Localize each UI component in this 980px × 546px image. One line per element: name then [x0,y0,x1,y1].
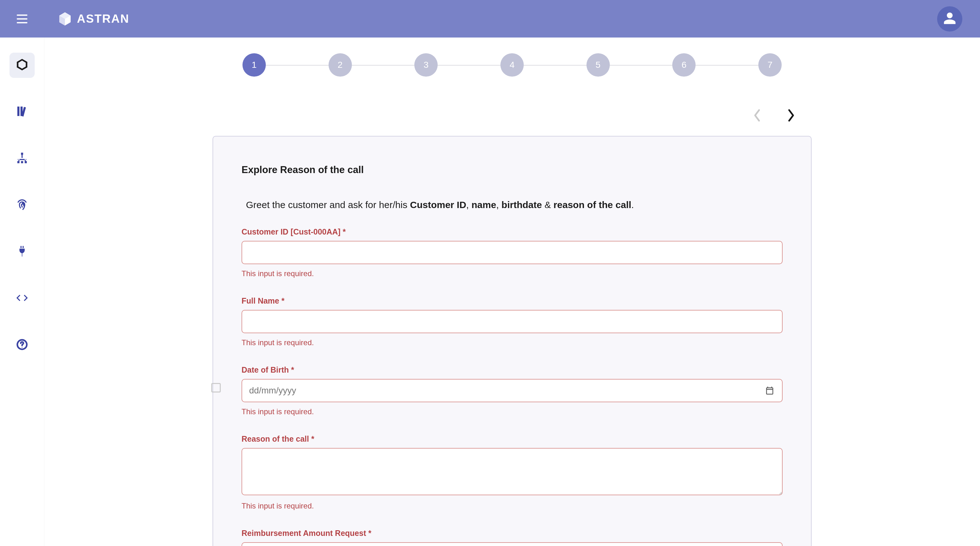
field-marker-icon [211,383,221,392]
org-chart-icon [16,152,29,165]
step-3[interactable]: 3 [414,53,438,76]
customer-id-label: Customer ID [Cust-000AA] * [242,227,783,236]
sidebar-item-hub[interactable] [10,52,35,78]
brand-name: ASTRAN [77,12,129,25]
hamburger-icon [17,14,27,23]
customer-id-input[interactable] [242,241,783,264]
app-header: ASTRAN [0,0,980,38]
header-left: ASTRAN [0,0,129,38]
instruction-prefix: Greet the customer and ask for her/his [246,200,410,210]
reason-error: This input is required. [242,502,783,510]
form-stepper: 1 2 3 4 5 6 7 [242,53,782,76]
field-reason: Reason of the call * This input is requi… [242,434,783,510]
field-dob: Date of Birth * This input is required. [242,365,783,416]
instruction-b4: reason of the call [554,200,631,210]
field-reimbursement: Reimbursement Amount Request * This inpu… [242,529,783,546]
full-name-label: Full Name * [242,296,783,305]
chevron-right-icon [787,109,795,123]
svg-point-1 [22,347,23,348]
next-page-button[interactable] [786,108,796,124]
form-panel: Explore Reason of the call Greet the cus… [213,136,811,546]
scroll-area[interactable]: 1 2 3 4 5 6 7 [44,38,980,546]
step-6[interactable]: 6 [672,53,695,76]
step-7[interactable]: 7 [758,53,782,76]
reason-textarea[interactable] [242,448,783,495]
plug-icon [16,245,29,259]
section-title: Explore Reason of the call [242,164,783,176]
dob-label: Date of Birth * [242,365,783,375]
brand: ASTRAN [57,11,129,27]
sidebar-item-api[interactable] [10,286,35,311]
step-2[interactable]: 2 [329,53,352,76]
header-right [937,6,963,32]
page-nav [213,108,811,124]
chevron-left-icon [753,109,761,123]
instruction-s3: & [542,200,554,210]
instruction-b1: Customer ID [410,200,466,210]
instruction-suffix: . [631,200,634,210]
library-icon [16,105,29,119]
prev-page-button[interactable] [752,108,762,124]
sidebar [0,38,44,546]
instruction-s2: , [496,200,502,210]
cube-icon [16,58,29,72]
customer-id-error: This input is required. [242,269,783,278]
reimbursement-label: Reimbursement Amount Request * [242,529,783,538]
field-full-name: Full Name * This input is required. [242,296,783,347]
instruction-b3: birthdate [501,200,542,210]
profile-button[interactable] [937,6,963,32]
dob-error: This input is required. [242,407,783,416]
person-icon [943,11,957,27]
dob-input[interactable] [242,379,783,402]
reimbursement-input[interactable] [242,542,783,546]
menu-toggle-button[interactable] [0,0,44,38]
brand-logo-icon [57,11,73,27]
fingerprint-icon [16,198,29,212]
sidebar-item-security[interactable] [10,193,35,218]
sidebar-item-library[interactable] [10,99,35,124]
field-customer-id: Customer ID [Cust-000AA] * This input is… [242,227,783,278]
step-1[interactable]: 1 [242,53,266,76]
sidebar-item-help[interactable] [10,333,35,358]
code-icon [16,292,29,305]
instruction-s1: , [466,200,472,210]
sidebar-item-org[interactable] [10,146,35,171]
instruction-b2: name [471,200,496,210]
full-name-error: This input is required. [242,338,783,347]
main-content: 1 2 3 4 5 6 7 [44,38,980,546]
reason-label: Reason of the call * [242,434,783,444]
sidebar-item-integrations[interactable] [10,239,35,265]
help-icon [16,338,29,352]
instruction-text: Greet the customer and ask for her/his C… [242,200,783,210]
step-4[interactable]: 4 [500,53,524,76]
step-5[interactable]: 5 [587,53,610,76]
full-name-input[interactable] [242,310,783,333]
